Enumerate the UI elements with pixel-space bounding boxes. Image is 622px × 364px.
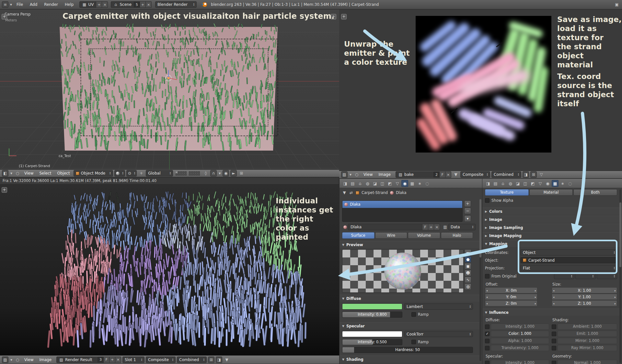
material-slot-list[interactable]: Dlaka [342, 200, 463, 222]
influence-translucency-checkbox[interactable] [485, 346, 490, 350]
image-section-header[interactable]: ▶Image [482, 216, 622, 223]
tab-both-preview[interactable]: Both [573, 189, 617, 196]
scene-add-button[interactable]: + [140, 1, 146, 8]
tab-render-icon[interactable]: ◨ [485, 180, 491, 187]
scene-delete-button[interactable]: × [146, 1, 152, 8]
paint-toggle-icon[interactable]: ◨ [216, 357, 222, 363]
display-dropdown[interactable]: Combined [491, 171, 521, 178]
coordinates-dropdown[interactable]: Object [521, 249, 617, 256]
orientation-dropdown[interactable]: Global [146, 170, 173, 176]
influence-ambient-slider[interactable]: Ambient: 1.000 [558, 324, 617, 330]
breadcrumb-material[interactable]: Dlaka [396, 190, 407, 195]
influence-alpha-slider[interactable]: Alpha: 1.000 [491, 338, 549, 344]
diffuse-section-header[interactable]: ▼Diffuse [340, 295, 482, 302]
slot-dropdown[interactable]: Slot 1 [122, 357, 144, 363]
influence-intensity-checkbox[interactable] [485, 324, 490, 329]
material-new-button[interactable]: + [428, 224, 434, 230]
scene-name[interactable]: Scene [120, 2, 132, 7]
influence-color-slider[interactable]: Color: 1.000 [491, 331, 549, 337]
menu-image[interactable]: Image [37, 358, 54, 362]
scrollbar[interactable] [479, 199, 481, 361]
diffuse-intensity-slider[interactable]: Intensity: 0.800 [342, 312, 402, 318]
influence-normal-checkbox[interactable] [552, 361, 556, 364]
tab-render-icon[interactable]: ◨ [342, 180, 349, 187]
layout-browse-icon[interactable]: ▦ [82, 2, 86, 7]
mode-dropdown[interactable]: Object Mode [74, 170, 113, 176]
scene-browse-icon[interactable]: ⌂ [113, 2, 118, 7]
diffuse-shader-dropdown[interactable]: Lambert [404, 303, 473, 310]
tab-halo[interactable]: Halo [441, 232, 473, 239]
fake-user-button[interactable]: F [104, 357, 109, 363]
preview-hair-icon[interactable]: ∿ [465, 277, 471, 283]
tab-texture-preview[interactable]: Texture [485, 189, 529, 196]
material-browse-icon[interactable] [342, 224, 348, 230]
snap-magnet-icon[interactable]: ∩ [210, 170, 217, 176]
influence-alpha-checkbox[interactable] [485, 339, 490, 343]
image-name[interactable]: bake [404, 172, 414, 177]
offset-z-field[interactable]: Z: 0m [485, 300, 537, 306]
layout-delete-button[interactable]: × [102, 1, 108, 8]
toolshelf-expand-icon[interactable]: + [2, 14, 7, 19]
influence-color-checkbox[interactable] [485, 332, 490, 336]
render-result-canvas[interactable] [0, 185, 339, 355]
fake-user-button[interactable]: F [422, 224, 428, 230]
menu-object[interactable]: Object [55, 171, 72, 176]
menu-file[interactable]: File [14, 2, 26, 7]
slot-add-button[interactable]: + [464, 200, 471, 207]
influence-normal-slider[interactable]: Normal: 1.000 [558, 360, 617, 364]
size-y-field[interactable]: Y: 1.00 [552, 294, 617, 300]
tab-material-preview[interactable]: Material [529, 189, 573, 196]
editor-caret-icon[interactable]: ▾ [9, 1, 13, 8]
tab-texture-icon[interactable]: ▦ [552, 180, 559, 187]
tab-render-layers-icon[interactable]: ▤ [492, 180, 499, 187]
influence-mirror-checkbox[interactable] [552, 339, 556, 343]
mapping-section-header[interactable]: ▼Mapping [482, 240, 622, 247]
influence-ray-mirror-checkbox[interactable] [552, 346, 556, 350]
image-browse-icon[interactable]: ▨ [59, 358, 63, 362]
swizzle-z-dropdown[interactable] [597, 273, 617, 279]
swizzle-y-dropdown[interactable] [575, 273, 596, 279]
lock-icon[interactable]: ◊ [202, 170, 209, 176]
specular-ramp-checkbox[interactable] [411, 340, 416, 344]
material-name-value[interactable]: Dlaka [351, 225, 362, 229]
material-slot-row[interactable]: Dlaka [342, 201, 462, 208]
region-expand-icon[interactable]: + [2, 187, 7, 193]
draw-channels-icon[interactable]: ◨ [523, 171, 529, 178]
tab-material-icon[interactable]: ◉ [401, 180, 408, 187]
context-arrows-icon[interactable]: ⇄ [349, 189, 353, 196]
painted-texture-canvas[interactable] [416, 16, 551, 153]
tab-surface[interactable]: Surface [342, 232, 374, 239]
preview-monkey-icon[interactable]: ☻ [465, 270, 471, 276]
influence-emit-slider[interactable]: Emit: 1.000 [558, 331, 617, 337]
material-unlink-button[interactable]: × [434, 224, 440, 230]
projection-dropdown[interactable]: Flat [521, 265, 617, 271]
tab-scene-icon[interactable]: ⌂ [500, 180, 506, 187]
image-unlink-button[interactable]: × [445, 171, 451, 178]
editor-type-image-icon[interactable]: ▨ [341, 171, 348, 178]
slot-specials-button[interactable]: ▾ [464, 215, 471, 222]
sidebar-expand-icon[interactable]: + [331, 14, 336, 19]
tab-world-icon[interactable]: ◍ [507, 180, 514, 187]
uv-grid-icon[interactable]: ⊞ [530, 171, 537, 178]
preview-flat-icon[interactable]: ▬ [465, 249, 471, 256]
editor-caret-icon[interactable]: ▾ [349, 171, 352, 178]
tab-physics-icon[interactable]: ◌ [567, 180, 573, 187]
preview-section-header[interactable]: ▼Preview [340, 241, 482, 248]
tab-world-icon[interactable]: ◍ [364, 180, 371, 187]
pivot-dropdown[interactable]: ⊙ [126, 170, 137, 176]
scene-field[interactable]: ⌂ Scene [111, 1, 134, 8]
nodes-icon[interactable]: ▥ [442, 224, 448, 230]
diffuse-ramp-checkbox[interactable] [411, 312, 416, 317]
pass-dropdown[interactable]: Composite [146, 357, 176, 363]
layout-add-button[interactable]: + [96, 1, 102, 8]
header-menu-collapse-icon[interactable]: ○ [14, 357, 21, 363]
menu-render[interactable]: Render [41, 2, 61, 7]
pin-image-icon[interactable]: ▼ [453, 171, 459, 178]
snap-caret-icon[interactable]: ▾ [218, 170, 221, 176]
header-menu-collapse-icon[interactable]: ○ [353, 171, 360, 178]
specular-section-header[interactable]: ▼Specular [340, 322, 482, 329]
from-original-checkbox[interactable] [485, 274, 490, 279]
size-x-field[interactable]: X: 1.00 [552, 287, 617, 293]
manipulator-icon[interactable]: + [138, 170, 144, 176]
tab-constraints-icon[interactable]: ◫ [379, 180, 386, 187]
